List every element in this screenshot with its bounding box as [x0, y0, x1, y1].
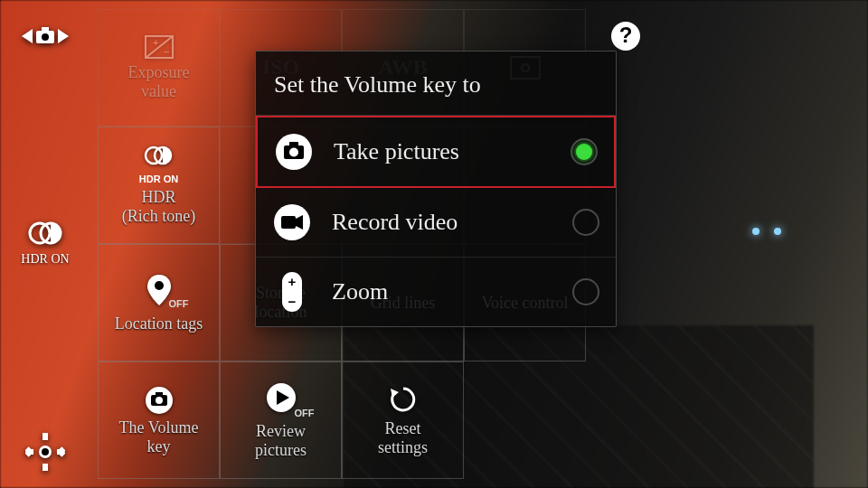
tile-volume-key[interactable]: The Volumekey [98, 361, 220, 479]
tile-location-tags[interactable]: OFF Location tags [98, 244, 220, 361]
settings-button[interactable] [25, 432, 65, 472]
svg-rect-36 [289, 142, 298, 146]
tile-label: The Volumekey [119, 418, 199, 455]
svg-point-26 [155, 281, 164, 290]
option-label: Zoom [332, 278, 552, 305]
camera-icon [274, 132, 314, 172]
option-label: Take pictures [334, 138, 551, 165]
svg-marker-2 [22, 29, 33, 43]
bg-led [774, 228, 781, 235]
radio-unselected [572, 209, 599, 236]
tile-label: Location tags [115, 314, 203, 333]
switch-camera-button[interactable] [20, 18, 71, 54]
svg-point-30 [156, 397, 163, 404]
svg-rect-11 [42, 464, 48, 471]
tile-exposure-value[interactable]: +− Exposurevalue [98, 9, 220, 127]
svg-text:−: − [164, 46, 169, 57]
hdr-badge: HDR ON [139, 174, 178, 184]
svg-rect-5 [42, 27, 49, 32]
off-badge: OFF [295, 408, 315, 418]
tile-label: Resetsettings [378, 419, 428, 456]
exposure-icon: +− [144, 34, 175, 60]
off-badge: OFF [169, 298, 189, 309]
svg-text:+: + [153, 37, 158, 48]
hdr-icon [25, 220, 65, 250]
svg-marker-3 [58, 29, 69, 43]
gear-icon [25, 432, 65, 472]
play-icon [264, 380, 298, 415]
option-take-pictures[interactable]: Take pictures [256, 116, 616, 188]
tile-review-pictures[interactable]: OFF Reviewpictures [220, 361, 342, 479]
volume-key-dialog: Set the Volume key to Take pictures Reco… [255, 51, 617, 327]
svg-point-37 [289, 148, 298, 157]
svg-rect-39 [281, 216, 296, 229]
svg-text:+: + [288, 274, 297, 289]
camera-icon [140, 384, 178, 415]
tile-label: Exposurevalue [128, 63, 190, 100]
tile-label: Reviewpictures [255, 422, 307, 459]
tile-reset-settings[interactable]: Resetsettings [342, 361, 464, 479]
radio-selected [571, 138, 598, 165]
svg-text:−: − [288, 294, 297, 309]
dialog-title: Set the Volume key to [256, 52, 616, 116]
tile-empty [464, 361, 586, 479]
reset-icon [387, 383, 420, 416]
help-icon: ? [609, 20, 642, 52]
hdr-icon [141, 145, 177, 170]
hdr-label: HDR ON [21, 252, 69, 267]
svg-rect-29 [156, 392, 163, 396]
option-record-video[interactable]: Record video [256, 188, 616, 258]
hdr-toggle-button[interactable]: HDR ON [21, 220, 69, 267]
svg-rect-10 [42, 433, 48, 440]
left-toolbar: HDR ON [0, 0, 90, 488]
option-zoom[interactable]: +− Zoom [256, 258, 616, 326]
tile-label: HDR(Rich tone) [122, 188, 195, 225]
switch-camera-icon [20, 18, 71, 54]
radio-unselected [572, 278, 599, 305]
zoom-rocker-icon: +− [272, 272, 312, 312]
option-label: Record video [332, 209, 552, 236]
bg-led [752, 228, 760, 235]
svg-point-18 [42, 448, 49, 455]
tile-hdr[interactable]: HDR ON HDR(Rich tone) [98, 127, 220, 244]
svg-text:?: ? [619, 23, 633, 47]
svg-point-6 [42, 33, 49, 41]
video-icon [272, 202, 312, 242]
